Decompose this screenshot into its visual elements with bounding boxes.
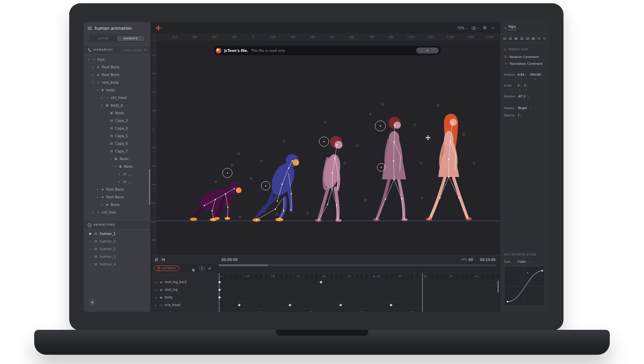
caret-icon[interactable]: ▾ (100, 104, 103, 107)
figure-woman-modern[interactable] (426, 114, 472, 221)
stepper[interactable]: ▴▾ (541, 73, 542, 76)
inspector-tool-icon-4[interactable]: ▧ (520, 37, 524, 40)
tree-item-node[interactable]: ▣Node (84, 109, 151, 117)
timeline-scrollbar[interactable] (219, 264, 496, 266)
figure-ape-upright[interactable] (252, 154, 299, 222)
tree-item-root_body[interactable]: ▾◇root_body (84, 78, 151, 86)
track-body[interactable]: ▸◆body (151, 294, 218, 301)
display-select[interactable]: Target ▾ (518, 106, 531, 110)
radio-icon[interactable]: ○ (89, 255, 92, 258)
tree-item-root_bone[interactable]: ▸◈Root Bone (84, 63, 151, 71)
figure-hominid[interactable] (315, 136, 343, 222)
track-keys-area[interactable] (218, 278, 500, 312)
keyframe-diamond[interactable] (390, 304, 392, 306)
animation-item-human_1[interactable]: ◉▤human_1 (84, 230, 151, 237)
animation-item-human_3[interactable]: ○▤human_3 (84, 253, 151, 260)
track-keys-row[interactable] (218, 286, 500, 294)
keyframe-diamond[interactable] (218, 281, 221, 284)
keyframe-diamond[interactable] (360, 311, 363, 312)
caret-icon[interactable]: ▸ (96, 188, 99, 191)
autokey-toggle[interactable]: AUTOKEY (154, 265, 180, 271)
keyframe-diamond[interactable] (238, 304, 241, 306)
caret-icon[interactable]: ▾ (114, 165, 117, 168)
caret-icon[interactable]: ▾ (109, 157, 112, 160)
settings-gear-icon[interactable]: ⚙ (483, 26, 487, 30)
inspector-tool-icon-3[interactable]: ▦ (515, 37, 518, 40)
caret-icon[interactable]: ▸ (154, 281, 157, 284)
caret-icon[interactable]: ▾ (87, 58, 90, 61)
caret-icon[interactable]: ▸ (154, 304, 157, 306)
animation-item-human_4[interactable]: ○▤human_4 (84, 260, 151, 268)
caret-icon[interactable]: ▸ (118, 173, 121, 175)
caret-icon[interactable]: ▸ (91, 73, 95, 76)
figure-ape-crouching[interactable] (190, 168, 242, 221)
tree-item-capa_7[interactable]: ▤Capa_7 (84, 147, 151, 155)
animation-item-human_5[interactable]: ○▤human_5 (84, 237, 151, 245)
move-tool-button[interactable]: ▾ (156, 25, 163, 31)
draw-order-gear-icon[interactable]: ⚙ (144, 48, 147, 51)
frame-ruler[interactable]: 0F10F20F30F40F50F01:00F10F20F30F40F (218, 274, 500, 278)
canvas-scene[interactable] (156, 40, 500, 255)
radio-icon[interactable]: ○ (89, 240, 92, 243)
inspector-tool-icon-8[interactable]: ⊟ (543, 37, 546, 40)
caret-icon[interactable]: ▸ (154, 296, 157, 299)
brightness-icon[interactable]: ☀ (491, 26, 495, 30)
scale-y-field[interactable]: 2 ▴▾ (524, 84, 528, 87)
track-keys-row[interactable] (218, 294, 500, 301)
tree-item-node[interactable]: ▾▣Node (84, 162, 151, 170)
caret-icon[interactable]: ▸ (100, 203, 103, 206)
rotation-field[interactable]: -87.1 ° ▴▾ (518, 95, 529, 98)
keyframe-diamond[interactable] (339, 304, 342, 306)
stepper[interactable]: ▴▾ (520, 114, 521, 117)
tree-item-bone[interactable]: ▸◆Bone (84, 201, 151, 208)
animation-item-human_2[interactable]: ○▤human_2 (84, 245, 151, 253)
interpolation-curve-editor[interactable] (504, 266, 545, 306)
caret-icon[interactable]: ▸ (118, 180, 121, 183)
tree-item-body_b[interactable]: ▾▣body_b (84, 101, 151, 109)
draw-order-button[interactable]: ○ DRAW ORDER ⚙ (120, 48, 147, 51)
keyframe-diamond[interactable] (320, 281, 322, 284)
inspector-tool-icon-6[interactable]: ▩ (532, 37, 535, 40)
zoom-control[interactable]: 70% ▾ (457, 26, 466, 30)
radio-icon[interactable]: ○ (89, 263, 92, 266)
pause-button[interactable] (155, 258, 158, 261)
track-root_leg[interactable]: ▸◈root_leg (151, 286, 218, 294)
tab-animate[interactable]: ANIMATE (117, 36, 144, 41)
figure-woman-early[interactable] (373, 117, 408, 221)
caret-icon[interactable]: ▾ (96, 88, 99, 91)
track-root_arm[interactable]: ▸◈root_arm (151, 309, 218, 312)
scale-x-field[interactable]: 2 ▴▾ (518, 84, 521, 87)
tree-item-hips[interactable]: ▾◇hips (84, 56, 151, 63)
tree-item-root_bone[interactable]: ▸◈Root Bone (84, 71, 151, 78)
caret-icon[interactable]: ▸ (154, 311, 157, 312)
tree-item-_[interactable]: ▸▤… (84, 178, 151, 185)
keyframe-diamond[interactable] (289, 304, 291, 306)
stepper[interactable]: ▴▾ (527, 84, 528, 87)
tree-item-ctrl_head[interactable]: ▸◇ctrl_head (84, 94, 151, 101)
tab-setup[interactable]: SETUP (90, 36, 117, 41)
inspector-tool-icon-5[interactable]: ▨ (526, 37, 529, 40)
caret-icon[interactable]: ▸ (91, 211, 95, 214)
position-x-field[interactable]: 8.83 ▴▾ (518, 73, 526, 76)
caret-icon[interactable]: ▾ (91, 81, 95, 84)
stepper[interactable]: ▴▾ (520, 84, 521, 87)
keyframe-diamond[interactable] (310, 311, 312, 312)
interpolation-type-select[interactable]: Cubic ▾ (518, 260, 530, 263)
toast-confirm-button[interactable]: ✓ (416, 47, 439, 53)
tree-item-ctrl_foot[interactable]: ▸◇ctrl_foot (84, 208, 151, 216)
inspector-tool-icon-2[interactable]: ▥ (509, 37, 512, 40)
keyframe-diamond[interactable] (258, 311, 260, 312)
track-keys-row[interactable] (218, 309, 500, 312)
keyframe-diamond[interactable] (411, 311, 414, 312)
sync-button[interactable]: ⇄ (207, 265, 213, 271)
tree-item-root_bone[interactable]: ▸◈Root Bone (84, 193, 151, 201)
track-keys-row[interactable] (218, 301, 500, 309)
position-y-field[interactable]: -390.08 ▴▾ (529, 73, 542, 76)
keyframe-diamond[interactable] (218, 311, 221, 312)
opacity-field[interactable]: 1 ▴▾ (518, 113, 521, 117)
inspector-tool-icon-1[interactable]: ▤ (503, 37, 506, 40)
menu-icon[interactable] (88, 27, 92, 30)
tree-item-node[interactable]: ▾▣Node (84, 155, 151, 162)
keyframe-diamond[interactable] (218, 296, 221, 299)
canvas-viewport[interactable]: JcToon's file. This file is read only ✓ (156, 40, 500, 255)
